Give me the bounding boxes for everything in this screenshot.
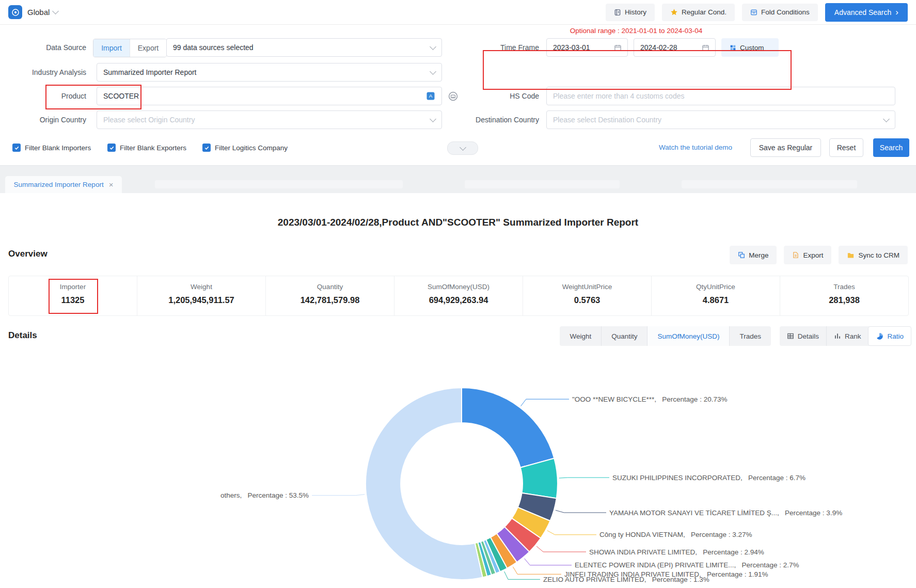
tab-bar: Summarized Importer Report ×	[0, 165, 916, 193]
view-tab-label: Rank	[845, 332, 861, 340]
fold-conditions-button[interactable]: Fold Conditions	[742, 4, 818, 21]
tutorial-demo-link[interactable]: Watch the tutorial demo	[659, 138, 732, 157]
grid-icon	[730, 44, 736, 51]
data-sources-select[interactable]: 99 data sources selected	[166, 38, 442, 57]
background-artifact	[682, 180, 857, 188]
metric-tab-sum-of-money[interactable]: SumOfMoney(USD)	[647, 326, 729, 346]
save-as-regular-button[interactable]: Save as Regular	[750, 138, 821, 157]
details-heading: Details	[8, 330, 37, 341]
custom-range-button[interactable]: Custom	[721, 38, 779, 57]
history-icon	[614, 9, 621, 16]
overview-stats: Importer 11325 Weight 1,205,945,911.57 Q…	[8, 276, 909, 316]
search-button[interactable]: Search	[873, 138, 909, 157]
view-tab-label: Details	[798, 332, 819, 340]
checkbox-label: Filter Logitics Company	[215, 144, 288, 152]
pie-label-line	[536, 546, 586, 552]
search-filter-panel: Data Source Import Export 99 data source…	[0, 25, 916, 165]
hs-code-input[interactable]	[546, 87, 895, 105]
checkbox-filter-blank-exporters[interactable]: Filter Blank Exporters	[107, 142, 186, 153]
annotation-optional-range: Optional range : 2021-01-01 to 2024-03-0…	[483, 27, 789, 35]
stat-value: 694,929,263.94	[394, 295, 523, 305]
pie-label: others, Percentage : 53.5%	[220, 491, 309, 499]
overview-actions: Merge Export Sync to CRM	[730, 246, 908, 264]
regular-cond-button[interactable]: Regular Cond.	[662, 4, 735, 21]
view-tab-ratio[interactable]: Ratio	[868, 326, 911, 346]
report-title: 2023/03/01-2024/02/28,Product AND"SCOOTE…	[0, 217, 916, 228]
pie-slice[interactable]	[462, 388, 554, 468]
importer-ratio-donut-chart: "OOO **NEW BICYCLE***, Percentage : 20.7…	[0, 349, 916, 588]
pie-label-line	[559, 478, 609, 478]
sync-to-crm-button[interactable]: Sync to CRM	[839, 246, 908, 264]
app-logo[interactable]	[8, 5, 22, 19]
destination-country-select[interactable]: Please select Destination Country	[546, 110, 895, 129]
logo-icon	[11, 8, 20, 17]
export-toggle[interactable]: Export	[130, 39, 166, 57]
export-icon	[792, 251, 799, 259]
stat-value: 4.8671	[652, 295, 780, 305]
background-artifact	[465, 180, 620, 188]
view-tab-rank[interactable]: Rank	[826, 326, 868, 346]
checkbox-filter-blank-importers[interactable]: Filter Blank Importers	[12, 142, 91, 153]
chevron-right-icon: ›	[895, 8, 898, 17]
metric-tab-weight[interactable]: Weight	[560, 326, 601, 346]
calendar-icon[interactable]	[700, 42, 710, 53]
background-artifact	[155, 180, 403, 188]
button-label: Regular Cond.	[682, 8, 727, 16]
reset-button[interactable]: Reset	[829, 138, 863, 157]
stat-quantity: Quantity 142,781,579.98	[265, 276, 394, 315]
view-tab-details[interactable]: Details	[780, 326, 826, 346]
pie-label-line	[513, 567, 561, 575]
merge-icon	[738, 251, 745, 259]
destination-country-label: Destination Country	[451, 110, 539, 129]
folder-icon	[847, 251, 855, 259]
industry-analysis-select[interactable]: Summarized Importer Report	[97, 63, 442, 82]
tab-summarized-importer-report[interactable]: Summarized Importer Report ×	[5, 176, 122, 193]
pie-label-line	[556, 510, 606, 513]
stat-label: Importer	[9, 283, 137, 291]
star-icon	[670, 8, 678, 16]
button-label: Fold Conditions	[761, 8, 810, 16]
hs-code-label: HS Code	[451, 87, 539, 105]
stat-label: Quantity	[266, 283, 394, 291]
translate-icon[interactable]: A	[425, 91, 436, 101]
data-sources-value: 99 data sources selected	[173, 43, 254, 52]
metric-tab-trades[interactable]: Trades	[729, 326, 771, 346]
import-export-toggle: Import Export	[93, 39, 167, 57]
stat-value: 142,781,579.98	[266, 295, 394, 305]
origin-country-placeholder: Please select Origin Country	[103, 116, 195, 124]
table-icon	[787, 332, 794, 340]
chevron-down-icon	[883, 116, 890, 122]
button-label: Export	[803, 251, 823, 259]
region-selector[interactable]: Global	[27, 8, 58, 17]
fold-icon	[750, 9, 757, 16]
stat-label: QtyUnitPrice	[652, 283, 780, 291]
industry-analysis-value: Summarized Importer Report	[103, 68, 197, 76]
metric-tab-quantity[interactable]: Quantity	[601, 326, 647, 346]
pie-label: YAMAHA MOTOR SANAYI VE TİCARET LİMİTED Ş…	[609, 509, 842, 517]
pie-label-line	[504, 571, 540, 579]
product-input[interactable]	[97, 87, 442, 105]
tab-close-icon[interactable]: ×	[109, 181, 114, 188]
import-toggle[interactable]: Import	[93, 39, 130, 57]
history-button[interactable]: History	[606, 4, 655, 21]
button-label: History	[625, 8, 646, 16]
button-label: Custom	[740, 44, 764, 52]
button-label: Merge	[749, 251, 768, 259]
origin-country-select[interactable]: Please select Origin Country	[97, 110, 442, 129]
pie-label: Công ty HONDA VIETNAM, Percentage : 3.27…	[599, 531, 752, 538]
product-label: Product	[0, 87, 86, 105]
advanced-search-button[interactable]: Advanced Search ›	[825, 3, 908, 22]
pie-label-line	[525, 559, 572, 565]
checkbox-filter-logistics-company[interactable]: Filter Logitics Company	[202, 142, 288, 153]
industry-analysis-label: Industry Analysis	[0, 63, 86, 82]
stat-label: Trades	[780, 283, 908, 291]
view-tab-group: Details Rank Ratio	[780, 326, 911, 346]
merge-button[interactable]: Merge	[730, 246, 777, 264]
collapse-conditions-button[interactable]	[447, 141, 478, 155]
calendar-icon[interactable]	[612, 42, 623, 53]
export-button[interactable]: Export	[784, 246, 831, 264]
pie-icon	[876, 332, 883, 340]
checkbox-checked-icon	[202, 144, 211, 152]
view-tab-label: Ratio	[887, 332, 904, 340]
pie-label: SHOWA INDIA PRIVATE LIMITED, Percentage …	[589, 548, 764, 556]
